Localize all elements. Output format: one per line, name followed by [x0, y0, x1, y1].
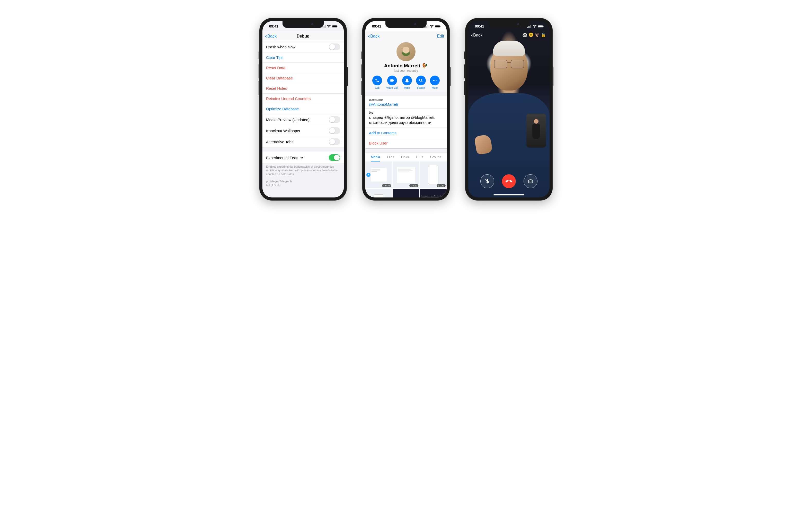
action-video-call[interactable]: Video Call [386, 76, 398, 89]
svg-rect-25 [543, 26, 544, 27]
toggle[interactable] [329, 154, 340, 161]
emoji-icon: 😊 [528, 32, 534, 37]
play-icon [366, 173, 370, 177]
action-search[interactable]: Search [416, 76, 426, 89]
media-item[interactable]: Краснодарского края, Ростовской области,… [420, 189, 447, 198]
media-item[interactable]: ↓ 0:20 [393, 161, 419, 188]
media-item[interactable]: ↓ 0:10 [365, 161, 392, 188]
svg-point-16 [433, 80, 434, 81]
cell-experimental-feature[interactable]: Experimental Feature [263, 152, 344, 163]
mute-button[interactable] [481, 174, 494, 188]
back-button[interactable]: ‹ Back [265, 33, 277, 39]
svg-rect-3 [325, 25, 325, 28]
status-time: 09:41 [269, 24, 278, 28]
bio-block: bio главред @tginfo, автор @blogMarreti,… [365, 109, 447, 128]
username-block[interactable]: username @AntonioMarreti [365, 96, 447, 109]
media-item[interactable] [393, 189, 419, 198]
svg-rect-8 [426, 26, 426, 28]
duration-badge: ↓ 0:31 [437, 184, 446, 187]
cell-crash-when-slow[interactable]: Crash when slow [263, 41, 344, 53]
tab-media[interactable]: Media [371, 155, 380, 161]
call-key-emojis: 🐼 😊 🦅 🔒 [522, 32, 546, 37]
navbar: ‹ Back Edit [365, 31, 447, 41]
lock-icon: 🔒 [541, 32, 546, 37]
chevron-left-icon: ‹ [265, 33, 267, 39]
home-indicator[interactable] [494, 194, 524, 195]
cell-reindex-unread[interactable]: Reindex Unread Counters [263, 94, 344, 104]
cell-media-preview[interactable]: Media Preview (Updated) [263, 114, 344, 125]
cell-clear-tips[interactable]: Clear Tips [263, 53, 344, 63]
debug-options-section: Crash when slow Clear Tips Reset Data Cl… [263, 41, 344, 147]
emoji-icon: 🦅 [535, 32, 540, 37]
profile-header: Antonio Marreti 🐓 last seen recently Cal… [365, 41, 447, 92]
build-info: ph.telegra.Telegraph 6.3 (17316) [263, 179, 344, 190]
chevron-left-icon: ‹ [368, 33, 370, 39]
add-to-contacts[interactable]: Add to Contacts [365, 128, 447, 138]
cell-clear-database[interactable]: Clear Database [263, 73, 344, 83]
back-button[interactable]: ‹ Back [368, 33, 379, 39]
wifi-icon [533, 25, 537, 28]
profile-status: last seen recently [365, 69, 447, 73]
section-footer: Enables experimental transmission of ele… [263, 163, 344, 179]
status-time: 09:41 [372, 24, 381, 28]
svg-point-18 [436, 80, 436, 81]
avatar[interactable] [396, 42, 416, 61]
name-emoji-icon: 🐓 [422, 63, 428, 69]
navbar: ‹ Back Debug [263, 31, 344, 41]
phone-video-call: 09:41 ‹ Back 🐼 😊 🦅 🔒 [465, 18, 552, 200]
picture-in-picture[interactable] [526, 114, 546, 148]
media-item[interactable] [365, 189, 392, 198]
svg-rect-12 [435, 25, 440, 27]
cell-knockout-wallpaper[interactable]: Knockout Wallpaper [263, 125, 344, 136]
wifi-icon [327, 25, 331, 28]
tab-groups[interactable]: Groups [430, 155, 441, 161]
action-more[interactable]: More [430, 76, 440, 89]
action-call[interactable]: Call [372, 76, 382, 89]
status-time: 09:41 [475, 24, 484, 28]
svg-point-17 [434, 80, 435, 81]
svg-rect-6 [338, 26, 338, 27]
block-user[interactable]: Block User [365, 138, 447, 148]
media-item[interactable]: ↓ 0:31 [420, 161, 447, 188]
wifi-icon [430, 25, 434, 28]
media-grid: ↓ 0:10 ↓ 0:20 ↓ 0:31 Краснодарского края… [365, 161, 447, 198]
phone-profile: 09:41 ‹ Back Edit Antonio Marreti 🐓 last [362, 18, 450, 200]
duration-badge: ↓ 0:20 [409, 184, 418, 187]
battery-icon [538, 25, 544, 28]
svg-point-14 [419, 79, 422, 81]
svg-rect-20 [528, 26, 529, 28]
svg-rect-22 [530, 25, 531, 28]
svg-rect-24 [538, 25, 543, 27]
toggle[interactable] [329, 44, 340, 50]
cell-optimize-database[interactable]: Optimize Database [263, 104, 344, 114]
back-button[interactable]: ‹ Back [471, 32, 483, 38]
battery-icon [435, 25, 441, 28]
edit-button[interactable]: Edit [437, 34, 444, 38]
experimental-section: Experimental Feature [263, 152, 344, 163]
cell-alternative-tabs[interactable]: Alternative Tabs [263, 136, 344, 147]
tab-links[interactable]: Links [401, 155, 409, 161]
profile-name: Antonio Marreti 🐓 [365, 63, 447, 69]
cell-reset-holes[interactable]: Reset Holes [263, 83, 344, 94]
end-call-button[interactable] [502, 174, 516, 188]
action-mute[interactable]: Mute [402, 76, 412, 89]
flip-camera-button[interactable] [524, 174, 537, 188]
battery-icon [332, 25, 338, 28]
toggle[interactable] [329, 116, 340, 123]
toggle[interactable] [329, 127, 340, 134]
toggle[interactable] [329, 138, 340, 145]
svg-line-15 [422, 81, 423, 82]
nav-title: Debug [297, 34, 309, 38]
phone-debug: 09:41 ‹ Back Debug Cr [260, 18, 347, 200]
svg-rect-10 [428, 25, 428, 28]
svg-rect-2 [324, 26, 324, 28]
media-tabs: Media Files Links GIFs Groups [365, 152, 447, 161]
cell-reset-data[interactable]: Reset Data [263, 63, 344, 73]
tab-gifs[interactable]: GIFs [416, 155, 423, 161]
emoji-icon: 🐼 [522, 32, 527, 37]
duration-badge: ↓ 0:10 [382, 184, 391, 187]
tab-files[interactable]: Files [387, 155, 394, 161]
svg-rect-13 [440, 26, 441, 27]
svg-rect-21 [529, 26, 530, 28]
svg-rect-1 [323, 26, 323, 28]
